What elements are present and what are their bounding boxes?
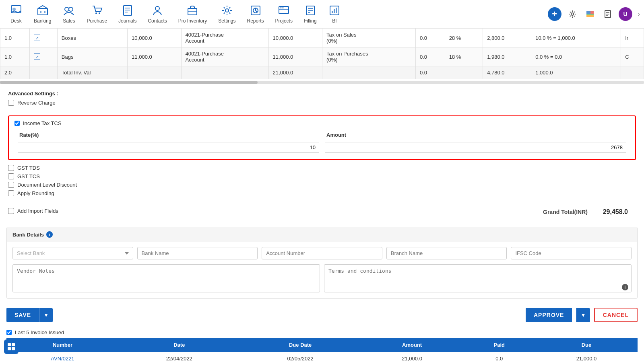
gst-tcs-label: GST TCS (17, 173, 40, 179)
rate-amount-value-row (15, 140, 629, 154)
row1-tax-label: Tax on Sales(0%) (322, 29, 416, 47)
account-number-input[interactable] (262, 247, 382, 259)
svg-rect-35 (586, 15, 594, 17)
horizontal-scrollbar[interactable] (0, 81, 644, 84)
row2-link-icon[interactable]: ↗ (29, 47, 57, 66)
income-tax-rate-input[interactable] (18, 142, 319, 153)
user-avatar[interactable]: U (619, 7, 632, 21)
add-import-fields-checkbox[interactable] (8, 208, 14, 214)
document-level-discount-label: Document Level Discount (17, 182, 77, 188)
total-tax-value: 4,780.0 (483, 66, 531, 79)
nav-settings[interactable]: Settings (213, 1, 241, 27)
flag-button[interactable] (583, 7, 597, 21)
bank-name-input[interactable] (137, 247, 258, 259)
desk-label: Desk (10, 18, 21, 24)
save-dropdown-button[interactable]: ▼ (39, 308, 53, 322)
main-content: 1.0 ↗ Boxes 10,000.0 40021-PurchaseAccou… (0, 28, 644, 362)
select-bank-field: Select Bank (12, 247, 133, 259)
purchase-icon (91, 4, 103, 17)
nav-desk[interactable]: Desk (4, 1, 28, 27)
cancel-button[interactable]: CANCEL (594, 308, 638, 322)
row1-description: Boxes (57, 29, 127, 47)
nav-pro-inventory[interactable]: Pro Inventory (173, 1, 213, 27)
row2-discount: 0.0 % = 0.0 (531, 47, 621, 66)
nav-projects[interactable]: Projects (270, 1, 298, 27)
approve-dropdown-button[interactable]: ▼ (576, 308, 590, 322)
bank-details-header: Bank Details i (7, 227, 637, 242)
inv1-paid: 0.0 (463, 352, 535, 362)
total-tax-amount: 0.0 (415, 66, 445, 79)
gst-tds-checkbox[interactable] (8, 165, 14, 171)
nav-purchase[interactable]: Purchase (81, 1, 113, 27)
nav-bi[interactable]: BI (322, 1, 347, 27)
reverse-charge-checkbox[interactable] (8, 100, 14, 106)
svg-point-16 (225, 9, 229, 12)
apply-rounding-label: Apply Rounding (17, 190, 54, 196)
income-tax-amount-input[interactable] (325, 142, 626, 153)
document-button[interactable] (601, 7, 615, 21)
row2-extra: C (621, 47, 644, 66)
banking-icon (36, 4, 49, 17)
bank-details-section: Bank Details i Select Bank (6, 227, 638, 299)
vendor-notes-field (12, 264, 320, 294)
svg-rect-34 (586, 14, 594, 15)
nav-contacts[interactable]: Contacts (142, 1, 172, 27)
invoice-history-table: Number Date Due Date Amount Paid Due AVN… (6, 338, 638, 362)
nav-banking[interactable]: Banking (28, 1, 57, 27)
grand-total-value: 29,458.0 (596, 208, 628, 216)
inv1-due-date: 02/05/2022 (240, 352, 361, 362)
bottom-left-app-icon[interactable] (4, 339, 19, 354)
select-bank-dropdown[interactable]: Select Bank (12, 247, 133, 259)
save-button[interactable]: SAVE (6, 308, 39, 322)
total-empty3 (181, 66, 268, 79)
row1-qty: 1.0 (0, 29, 30, 47)
rate-header: Rate(%) (15, 130, 322, 140)
last5-label: Last 5 Invoice Issued (15, 329, 64, 335)
settings-label: Settings (218, 18, 235, 24)
bi-label: BI (332, 18, 336, 24)
total-row: 2.0 Total Inv. Val 21,000.0 0.0 4,780.0 … (0, 66, 644, 79)
gst-tcs-checkbox[interactable] (8, 173, 14, 179)
invoice-table-header-row: Number Date Due Date Amount Paid Due (6, 338, 638, 352)
banking-label: Banking (34, 18, 51, 24)
ifsc-input[interactable] (511, 247, 632, 259)
approve-button[interactable]: APPROVE (526, 308, 572, 322)
desk-icon (10, 4, 23, 17)
income-tax-tcs-checkbox[interactable] (14, 121, 20, 126)
svg-rect-3 (40, 11, 41, 13)
terms-conditions-input[interactable] (324, 264, 632, 292)
advanced-settings-section: Advanced Settings : Reverse Charge (0, 86, 644, 113)
svg-rect-2 (38, 8, 47, 15)
branch-name-input[interactable] (386, 247, 507, 259)
bank-details-info-icon[interactable]: i (46, 231, 53, 238)
nav-sales[interactable]: Sales (57, 1, 81, 27)
filling-label: Filling (304, 18, 316, 24)
reports-label: Reports (247, 18, 264, 24)
inv1-number[interactable]: AVN/0221 (6, 352, 119, 362)
apply-rounding-row: Apply Rounding (8, 190, 636, 196)
inv1-date: 22/04/2022 (119, 352, 240, 362)
last5-checkbox[interactable] (6, 330, 12, 335)
import-grand-total-row: Add Import Fields Grand Total(INR) 29,45… (0, 201, 644, 223)
branch-name-field (386, 247, 507, 259)
nav-journals[interactable]: Journals (113, 1, 142, 27)
nav-reports[interactable]: Reports (242, 1, 270, 27)
terms-info-icon[interactable]: i (622, 284, 628, 290)
ifsc-field (511, 247, 632, 259)
vendor-notes-input[interactable] (12, 264, 320, 292)
journals-label: Journals (118, 18, 136, 24)
row2-description: Bags (57, 47, 127, 66)
nav-chevron-icon[interactable]: › (638, 10, 640, 18)
table-row: 1.0 ↗ Bags 11,000.0 40021-PurchaseAccoun… (0, 47, 644, 66)
save-button-group: SAVE ▼ (6, 308, 53, 322)
document-level-discount-checkbox[interactable] (8, 182, 14, 188)
total-empty1 (29, 66, 57, 79)
nav-filling[interactable]: Filling (298, 1, 322, 27)
row1-link-icon[interactable]: ↗ (29, 29, 57, 47)
add-button[interactable]: + (548, 7, 561, 21)
gear-button[interactable] (566, 7, 579, 21)
right-button-group: APPROVE ▼ CANCEL (526, 308, 638, 322)
apply-rounding-checkbox[interactable] (8, 190, 14, 196)
svg-rect-9 (124, 6, 132, 15)
svg-point-31 (571, 13, 574, 15)
